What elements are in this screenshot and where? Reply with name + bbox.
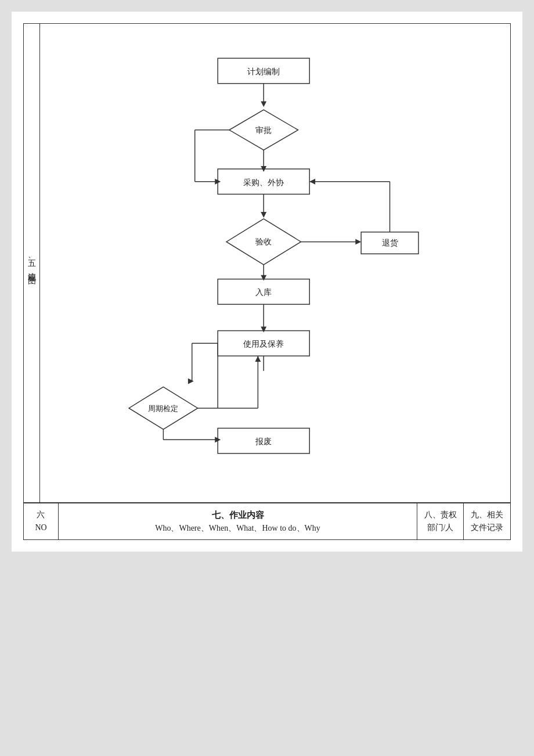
col1-no-text: NO: [35, 521, 46, 534]
svg-text:退货: 退货: [382, 239, 398, 247]
col2-header-text: 七、作业内容: [155, 508, 320, 522]
svg-marker-26: [261, 275, 266, 281]
table-header-row: 六 NO 七、作业内容 Who、Where、When、What、How to d…: [24, 503, 510, 539]
svg-marker-15: [261, 212, 266, 218]
section-label: 五、流程图: [24, 24, 40, 502]
col3-header-text: 八、责权: [424, 509, 457, 521]
svg-marker-3: [261, 101, 266, 107]
svg-marker-19: [355, 239, 361, 244]
flowchart-area: 计划编制 审批 采购、外协: [40, 24, 510, 502]
col1-header-text: 六: [35, 509, 46, 521]
svg-marker-30: [261, 327, 266, 333]
col-content-header: 七、作业内容 Who、Where、When、What、How to do、Why: [59, 503, 417, 539]
page: 五、流程图 计划编制 审批: [12, 12, 522, 552]
svg-marker-35: [188, 379, 194, 384]
col-docs-header: 九、相关文件记录: [464, 503, 510, 539]
col-dept-header: 八、责权 部门/人: [417, 503, 464, 539]
svg-text:入库: 入库: [255, 288, 272, 297]
svg-text:验收: 验收: [255, 237, 272, 246]
col2-content-text: Who、Where、When、What、How to do、Why: [155, 522, 320, 535]
svg-text:计划编制: 计划编制: [247, 67, 280, 76]
svg-text:采购、外协: 采购、外协: [243, 178, 284, 187]
col4-header-text: 九、相关文件记录: [467, 509, 507, 535]
svg-text:使用及保养: 使用及保养: [243, 340, 284, 348]
col-no-header: 六 NO: [24, 503, 59, 539]
svg-marker-24: [309, 179, 315, 185]
svg-text:报废: 报废: [255, 437, 272, 446]
svg-text:审批: 审批: [255, 126, 272, 135]
col3-sub-text: 部门/人: [424, 521, 457, 534]
svg-marker-43: [255, 356, 261, 362]
flowchart-section: 五、流程图 计划编制 审批: [23, 23, 511, 503]
flowchart-svg: 计划编制 审批 采购、外协: [40, 24, 510, 500]
svg-text:周期检定: 周期检定: [148, 405, 178, 413]
table-section: 六 NO 七、作业内容 Who、Where、When、What、How to d…: [23, 503, 511, 540]
